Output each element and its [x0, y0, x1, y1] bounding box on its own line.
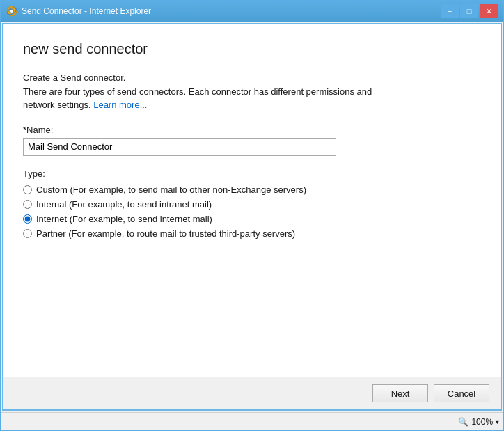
type-label: Type: [23, 169, 481, 179]
maximize-button[interactable]: □ [460, 4, 478, 18]
radio-custom[interactable] [23, 185, 32, 194]
name-field-section: *Name: [23, 125, 481, 156]
radio-option-internal[interactable]: Internal (For example, to send intranet … [23, 199, 481, 210]
window-title: Send Connector - Internet Explorer [22, 6, 151, 16]
status-bar-right: 🔍 100% ▼ [458, 417, 501, 427]
content-area: new send connector Create a Send connect… [3, 24, 501, 377]
name-label: *Name: [23, 125, 481, 135]
radio-internal[interactable] [23, 200, 32, 209]
zoom-icon: 🔍 [458, 417, 468, 427]
radio-internet-label[interactable]: Internet (For example, to send internet … [36, 214, 212, 224]
zoom-level[interactable]: 100% ▼ [471, 417, 501, 427]
zoom-chevron-icon: ▼ [494, 418, 501, 425]
minimize-button[interactable]: − [441, 4, 459, 18]
radio-custom-label[interactable]: Custom (For example, to send mail to oth… [36, 185, 306, 195]
description-line-1: Create a Send connector. [23, 71, 481, 85]
svg-point-3 [10, 10, 13, 13]
status-bar: 🔍 100% ▼ [1, 412, 503, 430]
close-button[interactable]: ✕ [480, 4, 498, 18]
button-bar: Next Cancel [3, 377, 501, 409]
radio-partner[interactable] [23, 229, 32, 238]
learn-more-link[interactable]: Learn more... [93, 100, 147, 110]
next-button[interactable]: Next [372, 384, 428, 402]
radio-internal-label[interactable]: Internal (For example, to send intranet … [36, 199, 212, 210]
radio-option-custom[interactable]: Custom (For example, to send mail to oth… [23, 185, 481, 195]
radio-internet[interactable] [23, 214, 32, 224]
radio-option-internet[interactable]: Internet (For example, to send internet … [23, 214, 481, 224]
window-body: new send connector Create a Send connect… [2, 23, 502, 411]
title-bar: Send Connector - Internet Explorer − □ ✕ [1, 1, 503, 22]
cancel-button[interactable]: Cancel [434, 384, 489, 402]
type-section: Type: Custom (For example, to send mail … [23, 169, 481, 239]
description-line-3: network settings. Learn more... [23, 98, 481, 112]
radio-partner-label[interactable]: Partner (For example, to route mail to t… [36, 228, 295, 239]
description-block: Create a Send connector. There are four … [23, 71, 481, 112]
radio-option-partner[interactable]: Partner (For example, to route mail to t… [23, 228, 481, 239]
name-input[interactable] [23, 138, 336, 156]
title-bar-controls: − □ ✕ [441, 4, 498, 18]
description-line-2: There are four types of send connectors.… [23, 85, 481, 99]
main-window: Send Connector - Internet Explorer − □ ✕… [0, 0, 504, 431]
title-bar-left: Send Connector - Internet Explorer [6, 6, 151, 17]
page-title: new send connector [23, 41, 481, 57]
ie-icon [6, 6, 17, 17]
